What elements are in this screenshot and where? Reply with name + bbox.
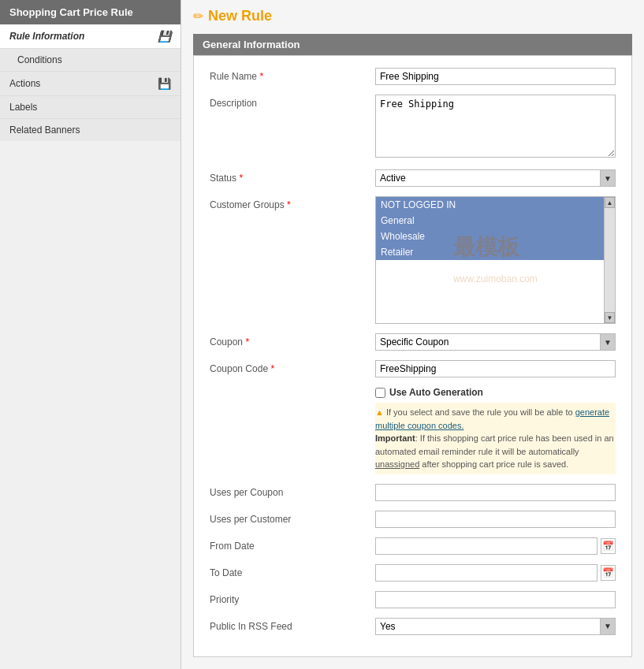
priority-label: Priority bbox=[210, 591, 375, 605]
to-date-calendar-button[interactable]: 📅 bbox=[601, 565, 616, 581]
from-date-label: From Date bbox=[210, 537, 375, 552]
save-icon-actions: 💾 bbox=[158, 77, 171, 90]
sidebar-item-conditions[interactable]: Conditions bbox=[0, 49, 181, 72]
status-select-wrapper: Active Inactive ▼ bbox=[375, 169, 616, 187]
coupon-select[interactable]: No Coupon Specific Coupon Auto Generated bbox=[375, 333, 616, 351]
customer-groups-listbox: NOT LOGGED IN General Wholesale Retailer… bbox=[375, 196, 616, 324]
main-content: ✏ New Rule General Information Rule Name… bbox=[181, 0, 644, 669]
status-field: Active Inactive ▼ bbox=[375, 169, 616, 187]
customer-groups-label: Customer Groups * bbox=[210, 196, 375, 210]
general-information-form: Rule Name * Description Free Shipping St… bbox=[193, 55, 632, 657]
coupon-field: No Coupon Specific Coupon Auto Generated… bbox=[375, 333, 616, 351]
scrollbar-track bbox=[605, 208, 615, 312]
sidebar-title: Shopping Cart Price Rule bbox=[0, 0, 181, 24]
to-date-wrapper: 📅 bbox=[375, 564, 616, 582]
sidebar-item-label: Rule Information bbox=[9, 31, 84, 42]
auto-generation-checkbox-row: Use Auto Generation bbox=[375, 387, 616, 398]
customer-groups-row: Customer Groups * 最模板www.zuimoban.com NO… bbox=[210, 196, 616, 324]
listbox-item-general[interactable]: General bbox=[376, 213, 604, 229]
sidebar: Shopping Cart Price Rule Rule Informatio… bbox=[0, 0, 181, 669]
to-date-field: 📅 bbox=[375, 564, 616, 582]
from-date-row: From Date 📅 bbox=[210, 537, 616, 555]
uses-per-coupon-input[interactable] bbox=[375, 484, 616, 501]
section-header: General Information bbox=[193, 34, 632, 55]
public-rss-select-wrapper: Yes No ▼ bbox=[375, 618, 616, 635]
uses-per-customer-row: Uses per Customer bbox=[210, 511, 616, 528]
customer-groups-list[interactable]: NOT LOGGED IN General Wholesale Retailer bbox=[376, 197, 604, 323]
auto-generation-label-spacer bbox=[210, 387, 375, 390]
scrollbar-down[interactable]: ▼ bbox=[605, 312, 615, 323]
rule-name-field bbox=[375, 68, 616, 85]
coupon-code-field bbox=[375, 360, 616, 377]
coupon-label: Coupon * bbox=[210, 333, 375, 348]
info-box: ▲ If you select and save the rule you wi… bbox=[375, 403, 616, 474]
sidebar-item-rule-information[interactable]: Rule Information 💾 bbox=[0, 24, 181, 49]
from-date-field: 📅 bbox=[375, 537, 616, 555]
to-date-label: To Date bbox=[210, 564, 375, 578]
coupon-code-row: Coupon Code * bbox=[210, 360, 616, 377]
uses-per-coupon-label: Uses per Coupon bbox=[210, 484, 375, 498]
status-label: Status * bbox=[210, 169, 375, 184]
page-title: New Rule bbox=[208, 8, 272, 24]
auto-generation-field: Use Auto Generation ▲ If you select and … bbox=[375, 387, 616, 474]
coupon-code-label: Coupon Code * bbox=[210, 360, 375, 374]
priority-input[interactable] bbox=[375, 591, 616, 608]
auto-generation-checkbox-label[interactable]: Use Auto Generation bbox=[389, 387, 483, 398]
status-select[interactable]: Active Inactive bbox=[375, 169, 616, 187]
priority-field bbox=[375, 591, 616, 608]
sidebar-item-label: Related Banners bbox=[9, 125, 80, 136]
uses-per-customer-label: Uses per Customer bbox=[210, 511, 375, 525]
auto-generation-checkbox[interactable] bbox=[375, 388, 385, 398]
public-rss-select[interactable]: Yes No bbox=[375, 618, 616, 635]
sidebar-item-related-banners[interactable]: Related Banners bbox=[0, 119, 181, 141]
sidebar-item-labels[interactable]: Labels bbox=[0, 96, 181, 119]
description-textarea[interactable]: Free Shipping bbox=[375, 95, 616, 158]
status-row: Status * Active Inactive ▼ bbox=[210, 169, 616, 187]
priority-row: Priority bbox=[210, 591, 616, 608]
calendar-icon: 📅 bbox=[602, 541, 614, 552]
sidebar-item-label: Labels bbox=[9, 102, 37, 113]
coupon-select-wrapper: No Coupon Specific Coupon Auto Generated… bbox=[375, 333, 616, 351]
listbox-scrollbar: ▲ ▼ bbox=[604, 197, 615, 323]
new-rule-icon: ✏ bbox=[193, 9, 203, 24]
uses-per-coupon-row: Uses per Coupon bbox=[210, 484, 616, 501]
auto-generation-row: Use Auto Generation ▲ If you select and … bbox=[210, 387, 616, 474]
sidebar-item-label: Actions bbox=[9, 78, 40, 89]
from-date-wrapper: 📅 bbox=[375, 537, 616, 555]
scrollbar-up[interactable]: ▲ bbox=[605, 197, 615, 208]
rule-name-input[interactable] bbox=[375, 68, 616, 85]
sidebar-item-label: Conditions bbox=[17, 54, 62, 65]
to-date-row: To Date 📅 bbox=[210, 564, 616, 582]
description-field: Free Shipping bbox=[375, 95, 616, 160]
rule-name-label: Rule Name * bbox=[210, 68, 375, 82]
uses-per-customer-field bbox=[375, 511, 616, 528]
save-icon: 💾 bbox=[158, 30, 171, 43]
page-header: ✏ New Rule bbox=[193, 8, 632, 24]
listbox-item-retailer[interactable]: Retailer bbox=[376, 244, 604, 260]
to-date-input[interactable] bbox=[375, 564, 597, 582]
sidebar-item-actions[interactable]: Actions 💾 bbox=[0, 72, 181, 96]
public-rss-field: Yes No ▼ bbox=[375, 618, 616, 635]
listbox-item-not-logged-in[interactable]: NOT LOGGED IN bbox=[376, 197, 604, 213]
public-rss-label: Public In RSS Feed bbox=[210, 618, 375, 632]
coupon-row: Coupon * No Coupon Specific Coupon Auto … bbox=[210, 333, 616, 351]
from-date-input[interactable] bbox=[375, 537, 597, 555]
listbox-item-wholesale[interactable]: Wholesale bbox=[376, 229, 604, 244]
uses-per-coupon-field bbox=[375, 484, 616, 501]
description-row: Description Free Shipping bbox=[210, 95, 616, 160]
description-label: Description bbox=[210, 95, 375, 109]
customer-groups-field: 最模板www.zuimoban.com NOT LOGGED IN Genera… bbox=[375, 196, 616, 324]
calendar-icon-to: 📅 bbox=[602, 567, 614, 578]
rule-name-row: Rule Name * bbox=[210, 68, 616, 85]
coupon-code-input[interactable] bbox=[375, 360, 616, 377]
from-date-calendar-button[interactable]: 📅 bbox=[601, 538, 616, 554]
warning-icon: ▲ bbox=[375, 407, 384, 417]
public-rss-row: Public In RSS Feed Yes No ▼ bbox=[210, 618, 616, 635]
uses-per-customer-input[interactable] bbox=[375, 511, 616, 528]
